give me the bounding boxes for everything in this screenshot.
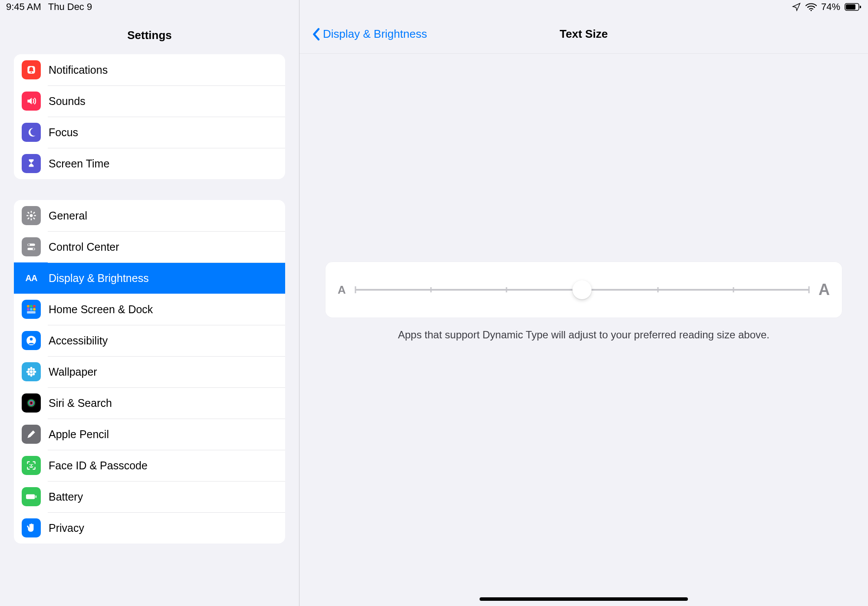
siri-icon	[22, 393, 41, 413]
slider-thumb[interactable]	[572, 280, 592, 299]
sidebar-item-label: Siri & Search	[49, 397, 112, 409]
text-size-slider-card: A A	[326, 262, 842, 318]
sidebar-item-label: Battery	[49, 491, 83, 503]
sidebar-item-face-id-passcode[interactable]: Face ID & Passcode	[14, 450, 285, 481]
svg-point-30	[33, 368, 35, 371]
sidebar-item-label: Privacy	[49, 522, 84, 534]
svg-point-28	[33, 370, 36, 373]
sidebar-item-privacy[interactable]: Privacy	[14, 512, 285, 544]
svg-rect-16	[30, 305, 32, 307]
sidebar-item-wallpaper[interactable]: Wallpaper	[14, 356, 285, 387]
svg-line-10	[33, 212, 35, 213]
svg-point-14	[33, 248, 34, 250]
sidebar-item-label: Focus	[49, 126, 78, 139]
slider-tick	[430, 287, 431, 292]
svg-point-42	[810, 10, 812, 11]
svg-point-25	[30, 367, 32, 370]
battery-icon	[845, 3, 862, 11]
svg-point-31	[28, 373, 30, 376]
aa-icon: AA	[22, 269, 41, 288]
sidebar-item-control-center[interactable]: Control Center	[14, 231, 285, 262]
sidebar-item-label: Apple Pencil	[49, 428, 109, 441]
moon-icon	[22, 123, 41, 142]
status-battery-pct: 74%	[821, 1, 840, 13]
sidebar-item-battery[interactable]: Battery	[14, 481, 285, 512]
svg-point-1	[30, 72, 32, 73]
sidebar-item-label: Control Center	[49, 241, 119, 253]
svg-point-29	[28, 368, 30, 371]
svg-rect-40	[26, 494, 35, 499]
settings-sidebar: Settings NotificationsSoundsFocusScreen …	[0, 0, 299, 606]
svg-rect-41	[36, 495, 36, 498]
sidebar-item-siri-search[interactable]: Siri & Search	[14, 387, 285, 419]
sidebar-item-accessibility[interactable]: Accessibility	[14, 325, 285, 356]
person-icon	[22, 331, 41, 350]
sidebar-item-home-screen-dock[interactable]: Home Screen & Dock	[14, 294, 285, 325]
status-time: 9:45 AM	[6, 1, 41, 13]
sidebar-item-sounds[interactable]: Sounds	[14, 85, 285, 117]
sidebar-group: GeneralControl CenterAADisplay & Brightn…	[14, 200, 285, 544]
grid-icon	[22, 300, 41, 319]
svg-point-23	[30, 338, 33, 341]
slider-tick	[733, 287, 734, 292]
svg-rect-21	[27, 311, 36, 313]
sidebar-item-label: Home Screen & Dock	[49, 303, 153, 316]
battery-icon	[22, 487, 41, 506]
svg-rect-20	[33, 308, 35, 310]
pencil-icon	[22, 425, 41, 444]
slider-tick	[809, 286, 810, 293]
status-date: Thu Dec 9	[48, 1, 92, 13]
svg-line-8	[33, 218, 35, 219]
switches-icon	[22, 237, 41, 256]
faceid-icon	[22, 456, 41, 475]
sidebar-item-screen-time[interactable]: Screen Time	[14, 148, 285, 179]
sidebar-item-general[interactable]: General	[14, 200, 285, 231]
text-size-slider[interactable]	[355, 281, 809, 298]
sidebar-item-apple-pencil[interactable]: Apple Pencil	[14, 419, 285, 450]
sidebar-item-label: Accessibility	[49, 334, 108, 347]
svg-point-32	[33, 373, 35, 376]
sidebar-group: NotificationsSoundsFocusScreen Time	[14, 54, 285, 179]
sidebar-item-label: General	[49, 210, 87, 222]
chevron-left-icon	[312, 28, 320, 41]
svg-rect-15	[27, 305, 29, 307]
svg-rect-18	[27, 308, 29, 310]
svg-line-7	[28, 212, 29, 213]
svg-point-38	[32, 464, 33, 465]
gear-icon	[22, 206, 41, 225]
back-button[interactable]: Display & Brightness	[312, 27, 427, 41]
status-bar: 9:45 AM Thu Dec 9 74%	[0, 0, 868, 14]
sidebar-item-focus[interactable]: Focus	[14, 117, 285, 148]
svg-rect-44	[846, 4, 855, 10]
sidebar-item-label: Notifications	[49, 64, 108, 76]
wifi-icon	[806, 3, 817, 11]
back-label: Display & Brightness	[323, 27, 427, 41]
detail-title: Text Size	[560, 27, 608, 41]
home-indicator[interactable]	[480, 597, 688, 601]
svg-rect-17	[33, 305, 35, 307]
detail-header: Display & Brightness Text Size	[299, 15, 868, 54]
slider-max-label: A	[819, 281, 830, 299]
sidebar-item-label: Face ID & Passcode	[49, 459, 148, 472]
svg-point-27	[26, 370, 30, 373]
slider-tick	[506, 287, 507, 292]
sidebar-title: Settings	[0, 15, 299, 54]
sidebar-item-label: Screen Time	[49, 157, 109, 170]
sidebar-item-label: Wallpaper	[49, 366, 97, 378]
slider-footnote: Apps that support Dynamic Type will adju…	[326, 318, 842, 341]
hourglass-icon	[22, 154, 41, 173]
svg-line-9	[28, 218, 29, 219]
sidebar-item-display-brightness[interactable]: AADisplay & Brightness	[14, 262, 285, 294]
svg-point-2	[30, 214, 33, 217]
slider-tick	[355, 286, 356, 293]
svg-point-24	[30, 370, 33, 373]
hand-icon	[22, 518, 41, 537]
svg-point-26	[30, 373, 32, 377]
sidebar-item-label: Sounds	[49, 95, 85, 108]
slider-tick	[657, 287, 658, 292]
sidebar-item-notifications[interactable]: Notifications	[14, 54, 285, 85]
svg-point-37	[30, 464, 30, 465]
svg-point-12	[28, 244, 30, 246]
sidebar-item-label: Display & Brightness	[49, 272, 149, 285]
svg-rect-45	[860, 6, 861, 8]
